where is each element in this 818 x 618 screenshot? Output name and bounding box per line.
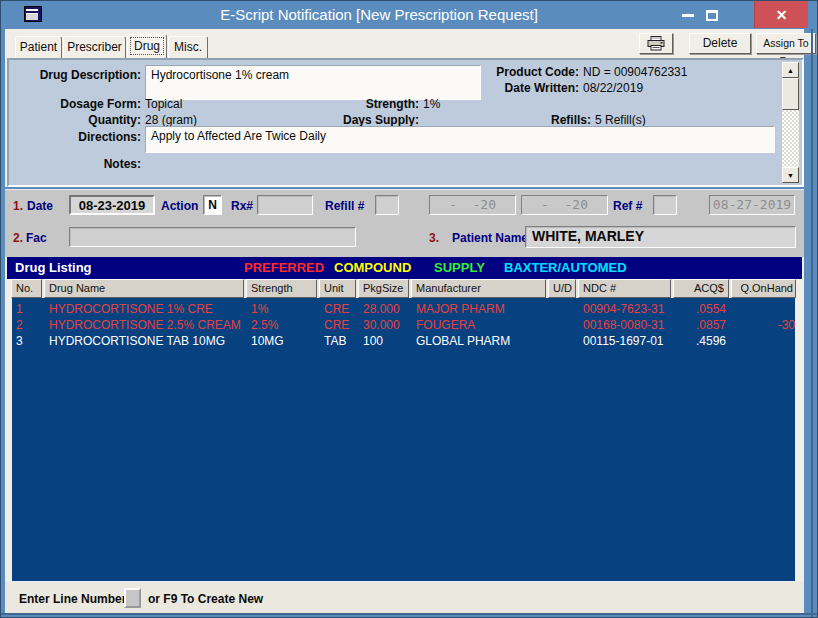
window-title: E-Script Notification [New Prescription … [61,6,697,23]
dosage-form-value: Topical [145,97,182,111]
cell-manufacturer: MAJOR PHARM [412,301,547,317]
cell-strength: 1% [247,301,318,317]
refill-number-label: Refill # [325,199,364,213]
scrollbar-thumb[interactable] [782,78,799,110]
field3-number: 3. [429,231,439,245]
fac-field[interactable] [69,227,356,247]
window-icon-body [26,13,38,20]
date-written-label: Date Written: [447,81,579,95]
column-header-manufacturer[interactable]: Manufacturer [411,279,546,298]
drug-description-field[interactable]: Hydrocortisone 1% cream [145,65,481,100]
notes-label: Notes: [9,157,141,171]
refills-label: Refills: [439,113,591,127]
expiration-date-field: 08-27-2019 [709,195,795,215]
scroll-up-icon: ▲ [787,67,794,74]
title-bar[interactable]: E-Script Notification [New Prescription … [1,1,817,29]
rx-number-field[interactable] [257,195,313,215]
cell-ud [549,301,577,317]
column-header-ndc[interactable]: NDC # [578,279,671,298]
tab-patient[interactable]: Patient [15,36,62,58]
directions-label: Directions: [9,130,141,144]
patient-name-label: Patient Name [452,231,528,245]
rx-number-label: Rx# [231,199,253,213]
assign-to-rx-button[interactable]: Assign To Rx [756,33,816,54]
date-written-value: 08/22/2019 [583,81,643,95]
drug-panel-scrollbar[interactable]: ▲ ▼ [782,62,799,183]
window-border-bottom [1,613,817,615]
drug-description-label: Drug Description: [9,68,141,82]
delete-button[interactable]: Delete [689,33,751,54]
action-field[interactable]: N [203,195,222,215]
legend-compound: COMPOUND [334,257,411,279]
cell-strength: 10MG [247,333,318,349]
refills-value: 5 Refill(s) [595,113,646,127]
cell-no: 1 [12,301,43,317]
column-header-strength[interactable]: Strength [246,279,317,298]
window-icon-titleline [26,9,38,11]
ref-number-field[interactable] [653,195,677,215]
cell-manufacturer: FOUGERA [412,317,547,333]
table-row[interactable]: 2 HYDROCORTISONE 2.5% CREAM 2.5% CRE 30.… [12,317,797,333]
maximize-button[interactable] [701,3,722,27]
table-row[interactable]: 1 HYDROCORTISONE 1% CRE 1% CRE 28.000 MA… [12,301,797,317]
f9-create-new-label: or F9 To Create New [148,592,263,606]
refill-number-field[interactable] [375,195,399,215]
minimize-button[interactable] [677,3,699,27]
column-header-qonhand[interactable]: Q.OnHand [731,279,796,298]
fac-label: Fac [26,231,47,245]
drug-listing-header: No. Drug Name Strength Unit PkgSize Manu… [11,279,796,298]
column-header-drug-name[interactable]: Drug Name [44,279,244,298]
legend-baxter-automed: BAXTER/AUTOMED [504,257,627,279]
scroll-down-button[interactable]: ▼ [782,167,799,183]
column-header-no[interactable]: No. [11,279,42,298]
print-button[interactable] [639,33,673,54]
drug-listing-body: 1 HYDROCORTISONE 1% CRE 1% CRE 28.000 MA… [11,298,796,582]
close-button[interactable]: ✕ [754,1,808,28]
enter-line-number-label: Enter Line Number: [19,592,130,606]
cell-no: 2 [12,317,43,333]
column-header-pkgsize[interactable]: PkgSize [358,279,409,298]
tab-misc[interactable]: Misc. [168,36,208,58]
maximize-icon [706,10,718,21]
quantity-label: Quantity: [9,113,141,127]
cell-unit: CRE [320,301,357,317]
date-from-field: - -20 [429,195,516,215]
cell-unit: TAB [320,333,357,349]
window-border-right [811,29,813,617]
cell-acq: .0857 [674,317,730,333]
column-header-unit[interactable]: Unit [319,279,356,298]
patient-name-field[interactable]: WHITE, MARLEY [525,226,796,248]
cell-ud [549,317,577,333]
tab-drug[interactable]: Drug [127,34,167,58]
rx-header-section: 1. Date 08-23-2019 Action N Rx# Refill #… [5,189,804,257]
column-header-ud[interactable]: U/D [548,279,576,298]
close-icon: ✕ [776,7,788,23]
date-to-field: - -20 [521,195,608,215]
product-code-label: Product Code: [447,65,579,79]
strength-value: 1% [423,97,440,111]
field1-number: 1. [13,199,23,213]
product-code-value: ND = 00904762331 [583,65,687,79]
scroll-up-button[interactable]: ▲ [782,62,799,78]
cell-qonhand [732,301,797,317]
field2-number: 2. [13,231,23,245]
quantity-value: 28 (gram) [145,113,197,127]
date-field[interactable]: 08-23-2019 [69,195,155,215]
column-header-acq[interactable]: ACQ$ [673,279,729,298]
ref-number-label: Ref # [613,199,642,213]
dosage-form-label: Dosage Form: [9,97,141,111]
cell-manufacturer: GLOBAL PHARM [412,333,547,349]
cell-no: 3 [12,333,43,349]
cell-ud [549,333,577,349]
strength-label: Strength: [269,97,419,111]
line-number-input[interactable] [124,588,141,608]
cell-unit: CRE [320,317,357,333]
tab-prescriber[interactable]: Prescriber [63,36,126,58]
legend-preferred: PREFERRED [244,257,324,279]
directions-field[interactable]: Apply to Affected Are Twice Daily [145,126,775,153]
cell-ndc: 00115-1697-01 [579,333,672,349]
cell-ndc: 00904-7623-31 [579,301,672,317]
table-row[interactable]: 3 HYDROCORTISONE TAB 10MG 10MG TAB 100 G… [12,333,797,349]
minimize-icon [682,14,694,17]
cell-qonhand [732,333,797,349]
